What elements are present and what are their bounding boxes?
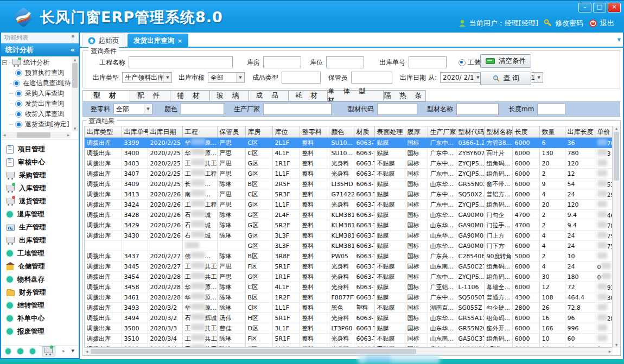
table-row[interactable]: 调拨出库34372020/2/27佛...陈琳B区3R8F整料PW056063-… — [85, 251, 613, 261]
warehouse-input[interactable] — [263, 56, 301, 68]
material-tab-玻璃[interactable]: 玻 璃 — [210, 90, 249, 101]
column-header-库房[interactable]: 库房 — [245, 126, 272, 138]
material-tab-耗材[interactable]: 耗 材 — [289, 90, 328, 101]
sidebar-module-退货管理[interactable]: 退货管理 — [7, 195, 79, 208]
maximize-button[interactable]: □ — [593, 3, 606, 12]
column-header-颜色[interactable]: 颜色 — [329, 126, 354, 138]
column-header-保管员[interactable]: 保管员 — [217, 126, 245, 138]
table-row[interactable]: 调拨出库34282020/2/26石城陈琳G区2L4F整料KLM38176063… — [85, 210, 613, 220]
length-mm-input[interactable] — [537, 103, 565, 115]
color-input[interactable] — [181, 103, 224, 115]
table-row[interactable]: G区3L3F整料KLM38176063-T5贴膜国标山东华...GA90M09.… — [85, 241, 613, 251]
tab-close-icon[interactable]: × — [177, 37, 182, 44]
column-header-膜厚[interactable]: 膜厚 — [405, 126, 428, 138]
material-tab-配件[interactable]: 配 件 — [130, 90, 170, 101]
date-from-picker[interactable]: 2020/ 2/16▼ — [440, 72, 482, 83]
column-header-出库长度[interactable]: 出库长度 — [565, 126, 595, 138]
column-header-工程[interactable]: 工程 — [182, 126, 217, 138]
tree-item-收货入库查询[interactable]: 收货入库查询 — [2, 109, 71, 119]
table-row[interactable]: 调拨出库34132020/2/26南...严思C区5R3F整料G71422606… — [85, 189, 613, 200]
out-no-input[interactable] — [409, 56, 447, 68]
column-header-表面处理[interactable]: 表面处理 — [374, 126, 405, 138]
change-password-button[interactable]: 修改密码 — [544, 18, 583, 28]
tree-collapse-icon[interactable] — [2, 60, 7, 65]
tree-horizontal-scrollbar[interactable]: ◀ ▶ — [2, 132, 71, 138]
maker-input[interactable] — [263, 103, 332, 115]
sidebar-module-结转管理[interactable]: 结转管理 — [7, 299, 79, 312]
material-tab-隔热条[interactable]: 隔 热 条 — [384, 90, 426, 101]
sidebar-module-出库管理[interactable]: 出库管理 — [7, 234, 79, 247]
tree-item-预算执行查询[interactable]: 预算执行查询 — [2, 68, 71, 78]
table-row[interactable]: 调拨出库34612020/2/28华原...陈琳B区1R2F整料F8877FT6… — [85, 292, 613, 303]
sidebar-module-报废管理[interactable]: 报废管理 — [7, 325, 79, 338]
sidebar-module-工地管理[interactable]: 工地管理 — [7, 247, 79, 260]
table-row[interactable]: 调拨出库34582020/2/28华原...陈琳C区4L1F整料光身料6063-… — [85, 282, 613, 292]
out-type-select[interactable]: 生产领料出库▼ — [122, 72, 172, 83]
profile-name-input[interactable] — [456, 103, 499, 115]
pin-icon[interactable] — [71, 35, 75, 41]
clear-conditions-button[interactable]: 清空条件 — [480, 54, 531, 68]
table-row[interactable]: 调拨出库34072020/2/25工工程严思G区1L1F整料光身料6063-T5… — [85, 169, 613, 179]
tree-item-在途信息查询[待[interactable]: 在途信息查询[待 — [2, 78, 71, 88]
sidebar-module-采购管理[interactable]: 采购管理 — [7, 169, 79, 182]
product-type-input[interactable] — [282, 72, 321, 84]
column-header-数量[interactable]: 数量 — [539, 126, 565, 138]
table-row[interactable]: 调拨出库34292020/2/26石城陈琳G区5R2F整料KLM38176063… — [85, 220, 613, 231]
tree-item-退库管理[待定][interactable]: 退库管理[待定] — [2, 130, 71, 131]
table-row[interactable]: 调拨出库35002020/3/3工共工程曹佳D区3L1F整料LT3P606063… — [85, 323, 613, 334]
table-row[interactable]: 调拨出库34092020/2/25长...陈琳B区2R5F整料LI35HD606… — [85, 179, 613, 189]
sidebar-module-补单中心[interactable]: 补单中心 — [7, 312, 79, 325]
table-row[interactable]: 调拨出库34002020/2/25华原...严思C区4L1F整料SU10...6… — [85, 148, 613, 158]
project-name-input[interactable] — [129, 56, 233, 68]
sidebar-module-退库管理[interactable]: 退库管理 — [7, 208, 79, 221]
panel-dot-icon[interactable] — [17, 348, 23, 354]
material-tab-单体型材[interactable]: 单 体 型 材 — [328, 90, 384, 101]
statistics-panel-button[interactable] — [42, 346, 55, 356]
tab-home[interactable]: 起始页 — [82, 34, 125, 47]
sidebar-module-物料盘存[interactable]: 物料盘存 — [7, 273, 79, 286]
column-header-库位[interactable]: 库位 — [272, 126, 300, 138]
tree-vertical-scrollbar[interactable]: ▲ ▼ — [72, 57, 78, 131]
panel-dot-icon[interactable] — [5, 348, 11, 354]
sidebar-module-仓储管理[interactable]: 仓储管理 — [7, 260, 79, 273]
panels-dropdown-icon[interactable]: ▼ — [72, 349, 74, 354]
column-header-长度[interactable]: 长度 — [512, 126, 539, 138]
tab-outbound-query[interactable]: 发货出库查询 × — [128, 34, 188, 47]
location-input[interactable] — [326, 56, 364, 68]
profile-code-input[interactable] — [377, 103, 417, 115]
column-header-型材名称[interactable]: 型材名称 — [484, 126, 512, 138]
out-audit-select[interactable]: 全部▼ — [208, 72, 245, 83]
whole-part-select[interactable]: 全部▼ — [113, 104, 152, 114]
radio-gongzhuang[interactable]: 工装 — [459, 58, 481, 67]
table-horizontal-scrollbar[interactable]: ◀ ▶ — [84, 348, 613, 355]
tab-list-dropdown-icon[interactable]: ▼ — [617, 37, 621, 42]
sidebar-module-生产管理[interactable]: 生产管理 — [7, 221, 79, 234]
column-header-出库类型[interactable]: 出库类型 — [85, 126, 122, 138]
column-header-出库单号[interactable]: 出库单号 — [122, 126, 148, 138]
table-row[interactable]: 调拨出库33992020/2/25华原...严思C区2L1F整料SU10...6… — [85, 138, 613, 148]
table-row[interactable]: 调拨出库34452020/2/27工共工程严思F区5R1F整料光身料6063-T… — [85, 261, 613, 272]
close-button[interactable]: × — [608, 3, 621, 12]
table-row[interactable]: 调拨出库34032020/2/25工共工程严思G区1R1F整料光身料6063-T… — [85, 158, 613, 169]
sidebar-module-财务管理[interactable]: 财务管理 — [7, 286, 79, 299]
search-button[interactable]: 查 询 — [480, 72, 531, 85]
column-header-出库日期[interactable]: 出库日期 — [148, 126, 182, 138]
minimize-button[interactable]: – — [578, 3, 591, 12]
table-vertical-scrollbar[interactable]: ▲ ▼ — [613, 126, 620, 348]
column-header-材质[interactable]: 材质 — [354, 126, 374, 138]
table-row[interactable]: 调拨出库34942020/3/2石辉城汤伟H区5R1F整料光身料6063-T5贴… — [85, 313, 613, 323]
tree-item-发货出库查询[interactable]: 发货出库查询 — [2, 99, 71, 109]
tree-item-采购入库查询[interactable]: 采购入库查询 — [2, 88, 71, 99]
section-header-statistics[interactable]: 统计分析 « — [1, 43, 79, 56]
material-tab-成品[interactable]: 成 品 — [249, 90, 289, 101]
sidebar-module-审核中心[interactable]: 审核中心 — [7, 156, 79, 169]
table-row[interactable]: 调拨出库34302020/2/26石城陈琳G区3L3F整料KLM38176063… — [85, 231, 613, 241]
table-row[interactable]: 调拨出库35122020/3/4工共工程陈琳F区1L2F整料光身料6063-T5… — [85, 344, 613, 348]
table-row[interactable]: 调拨出库34542020/2/28工共工程严思G区1R1F整料光身料6063-T… — [85, 272, 613, 282]
logout-button[interactable]: 退出 — [589, 18, 614, 28]
column-header-整零料[interactable]: 整零料 — [300, 126, 329, 138]
keeper-input[interactable] — [351, 72, 392, 84]
table-row[interactable]: 调拨出库34242020/2/26工工程严思G区1L1F整料光身料6063-T5… — [85, 200, 613, 210]
column-header-生产厂家[interactable]: 生产厂家 — [428, 126, 456, 138]
material-tab-型材[interactable]: 型 材 — [82, 90, 130, 101]
